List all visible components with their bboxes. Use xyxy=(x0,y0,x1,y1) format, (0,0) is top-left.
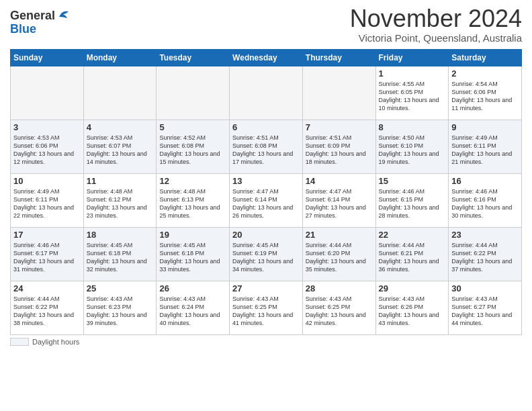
day-info: Sunrise: 4:44 AMSunset: 6:22 PMDaylight:… xyxy=(13,295,81,328)
header: General Blue November 2024 Victoria Poin… xyxy=(10,7,522,44)
day-info: Sunrise: 4:49 AMSunset: 6:11 PMDaylight:… xyxy=(451,134,519,167)
day-number: 30 xyxy=(451,283,519,293)
calendar-week-2: 3Sunrise: 4:53 AMSunset: 6:06 PMDaylight… xyxy=(11,120,522,174)
calendar-day-6: 6Sunrise: 4:51 AMSunset: 6:08 PMDaylight… xyxy=(230,120,303,174)
title-block: November 2024 Victoria Point, Queensland… xyxy=(350,7,522,44)
calendar-day-8: 8Sunrise: 4:50 AMSunset: 6:10 PMDaylight… xyxy=(375,120,449,174)
calendar-header-sunday: Sunday xyxy=(11,50,84,66)
calendar-day-17: 17Sunrise: 4:46 AMSunset: 6:17 PMDayligh… xyxy=(11,228,84,281)
day-info: Sunrise: 4:45 AMSunset: 6:18 PMDaylight:… xyxy=(87,241,154,274)
month-title: November 2024 xyxy=(350,7,522,31)
day-info: Sunrise: 4:50 AMSunset: 6:10 PMDaylight:… xyxy=(379,134,446,167)
calendar-day-16: 16Sunrise: 4:46 AMSunset: 6:16 PMDayligh… xyxy=(449,174,522,228)
logo-blue-text: Blue xyxy=(10,22,36,36)
calendar-day-4: 4Sunrise: 4:53 AMSunset: 6:07 PMDaylight… xyxy=(83,120,157,174)
day-info: Sunrise: 4:55 AMSunset: 6:05 PMDaylight:… xyxy=(379,80,446,113)
calendar-day-30: 30Sunrise: 4:43 AMSunset: 6:27 PMDayligh… xyxy=(449,281,522,335)
day-number: 29 xyxy=(379,283,446,293)
day-info: Sunrise: 4:51 AMSunset: 6:09 PMDaylight:… xyxy=(306,134,373,167)
day-number: 2 xyxy=(451,68,519,79)
calendar-day-27: 27Sunrise: 4:43 AMSunset: 6:25 PMDayligh… xyxy=(230,281,303,335)
day-number: 18 xyxy=(87,230,154,240)
day-info: Sunrise: 4:43 AMSunset: 6:26 PMDaylight:… xyxy=(379,295,446,328)
calendar-day-23: 23Sunrise: 4:44 AMSunset: 6:22 PMDayligh… xyxy=(449,228,522,281)
calendar-day-22: 22Sunrise: 4:44 AMSunset: 6:21 PMDayligh… xyxy=(375,228,449,281)
footer-daylight-label: Daylight hours xyxy=(32,338,79,346)
calendar-day-10: 10Sunrise: 4:49 AMSunset: 6:11 PMDayligh… xyxy=(11,174,84,228)
calendar-week-3: 10Sunrise: 4:49 AMSunset: 6:11 PMDayligh… xyxy=(11,174,522,228)
day-number: 12 xyxy=(159,176,226,186)
day-info: Sunrise: 4:46 AMSunset: 6:16 PMDaylight:… xyxy=(451,187,519,220)
day-number: 21 xyxy=(306,230,373,240)
day-number: 28 xyxy=(306,283,373,293)
calendar-day-empty xyxy=(157,66,230,120)
location: Victoria Point, Queensland, Australia xyxy=(350,32,522,44)
page: General Blue November 2024 Victoria Poin… xyxy=(0,0,532,411)
calendar-day-13: 13Sunrise: 4:47 AMSunset: 6:14 PMDayligh… xyxy=(230,174,303,228)
day-number: 9 xyxy=(451,122,519,132)
day-number: 25 xyxy=(87,283,154,293)
day-info: Sunrise: 4:53 AMSunset: 6:07 PMDaylight:… xyxy=(87,134,154,167)
day-info: Sunrise: 4:48 AMSunset: 6:12 PMDaylight:… xyxy=(87,187,154,220)
calendar-day-19: 19Sunrise: 4:45 AMSunset: 6:18 PMDayligh… xyxy=(157,228,230,281)
day-info: Sunrise: 4:49 AMSunset: 6:11 PMDaylight:… xyxy=(13,187,81,220)
day-number: 13 xyxy=(232,176,300,186)
day-number: 7 xyxy=(306,122,373,132)
day-number: 27 xyxy=(232,283,300,293)
calendar-week-5: 24Sunrise: 4:44 AMSunset: 6:22 PMDayligh… xyxy=(11,281,522,335)
day-info: Sunrise: 4:43 AMSunset: 6:24 PMDaylight:… xyxy=(159,295,226,328)
logo-bird-icon xyxy=(56,7,71,22)
calendar-header-friday: Friday xyxy=(375,50,449,66)
calendar-day-26: 26Sunrise: 4:43 AMSunset: 6:24 PMDayligh… xyxy=(157,281,230,335)
day-info: Sunrise: 4:43 AMSunset: 6:23 PMDaylight:… xyxy=(87,295,154,328)
calendar-day-21: 21Sunrise: 4:44 AMSunset: 6:20 PMDayligh… xyxy=(302,228,375,281)
footer-daylight-swatch xyxy=(10,338,29,346)
day-number: 14 xyxy=(306,176,373,186)
day-number: 26 xyxy=(159,283,226,293)
calendar-day-20: 20Sunrise: 4:45 AMSunset: 6:19 PMDayligh… xyxy=(230,228,303,281)
day-info: Sunrise: 4:44 AMSunset: 6:20 PMDaylight:… xyxy=(306,241,373,274)
calendar-header-thursday: Thursday xyxy=(302,50,375,66)
calendar-day-empty xyxy=(230,66,303,120)
calendar-day-15: 15Sunrise: 4:46 AMSunset: 6:15 PMDayligh… xyxy=(375,174,449,228)
calendar-day-5: 5Sunrise: 4:52 AMSunset: 6:08 PMDaylight… xyxy=(157,120,230,174)
day-number: 22 xyxy=(379,230,446,240)
day-number: 4 xyxy=(87,122,154,132)
calendar-day-7: 7Sunrise: 4:51 AMSunset: 6:09 PMDaylight… xyxy=(302,120,375,174)
day-info: Sunrise: 4:44 AMSunset: 6:22 PMDaylight:… xyxy=(451,241,519,274)
calendar-header-wednesday: Wednesday xyxy=(230,50,303,66)
day-number: 8 xyxy=(379,122,446,132)
day-number: 24 xyxy=(13,283,81,293)
day-number: 10 xyxy=(13,176,81,186)
calendar-day-11: 11Sunrise: 4:48 AMSunset: 6:12 PMDayligh… xyxy=(83,174,157,228)
day-number: 16 xyxy=(451,176,519,186)
calendar-day-3: 3Sunrise: 4:53 AMSunset: 6:06 PMDaylight… xyxy=(11,120,84,174)
calendar-day-25: 25Sunrise: 4:43 AMSunset: 6:23 PMDayligh… xyxy=(83,281,157,335)
day-info: Sunrise: 4:51 AMSunset: 6:08 PMDaylight:… xyxy=(232,134,300,167)
day-info: Sunrise: 4:54 AMSunset: 6:06 PMDaylight:… xyxy=(451,80,519,113)
calendar-day-empty xyxy=(302,66,375,120)
logo: General Blue xyxy=(10,9,71,36)
day-number: 15 xyxy=(379,176,446,186)
logo-general-text: General xyxy=(10,9,55,23)
calendar-table: SundayMondayTuesdayWednesdayThursdayFrid… xyxy=(10,49,522,335)
day-info: Sunrise: 4:45 AMSunset: 6:18 PMDaylight:… xyxy=(159,241,226,274)
day-number: 5 xyxy=(159,122,226,132)
calendar-day-1: 1Sunrise: 4:55 AMSunset: 6:05 PMDaylight… xyxy=(375,66,449,120)
calendar-day-24: 24Sunrise: 4:44 AMSunset: 6:22 PMDayligh… xyxy=(11,281,84,335)
calendar-day-12: 12Sunrise: 4:48 AMSunset: 6:13 PMDayligh… xyxy=(157,174,230,228)
day-number: 17 xyxy=(13,230,81,240)
calendar-day-28: 28Sunrise: 4:43 AMSunset: 6:25 PMDayligh… xyxy=(302,281,375,335)
day-number: 11 xyxy=(87,176,154,186)
day-info: Sunrise: 4:44 AMSunset: 6:21 PMDaylight:… xyxy=(379,241,446,274)
calendar-day-29: 29Sunrise: 4:43 AMSunset: 6:26 PMDayligh… xyxy=(375,281,449,335)
calendar-day-empty xyxy=(83,66,157,120)
footer-daylight-item: Daylight hours xyxy=(10,338,79,346)
calendar-week-1: 1Sunrise: 4:55 AMSunset: 6:05 PMDaylight… xyxy=(11,66,522,120)
calendar-header-row: SundayMondayTuesdayWednesdayThursdayFrid… xyxy=(11,50,522,66)
day-number: 1 xyxy=(379,68,446,79)
day-info: Sunrise: 4:47 AMSunset: 6:14 PMDaylight:… xyxy=(306,187,373,220)
day-info: Sunrise: 4:48 AMSunset: 6:13 PMDaylight:… xyxy=(159,187,226,220)
day-number: 3 xyxy=(13,122,81,132)
calendar-day-2: 2Sunrise: 4:54 AMSunset: 6:06 PMDaylight… xyxy=(449,66,522,120)
